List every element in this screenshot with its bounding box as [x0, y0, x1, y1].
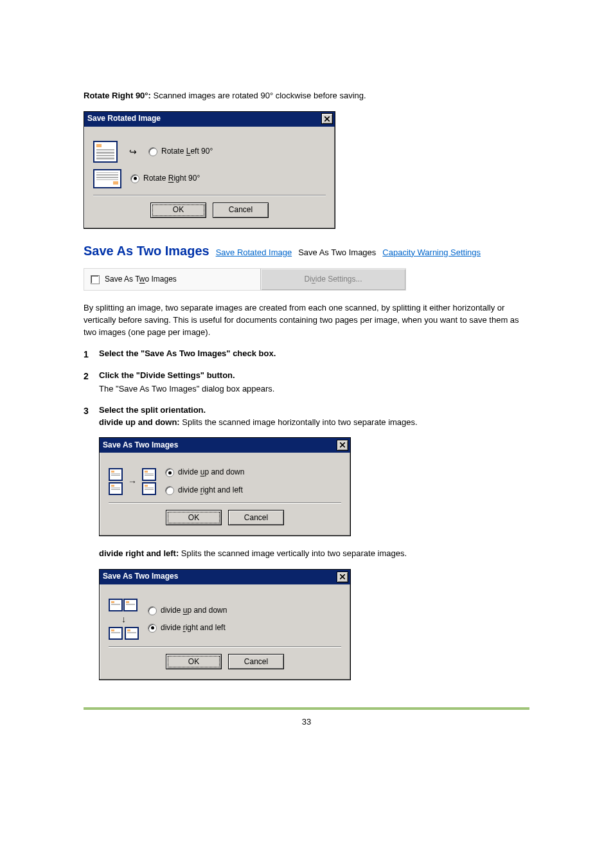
- rotate-right-text: Scanned images are rotated 90° clockwise…: [151, 91, 366, 100]
- page-number: 33: [84, 716, 529, 728]
- footer-rule: [84, 707, 529, 710]
- radio-icon: [165, 486, 174, 495]
- rotate-right-radio[interactable]: Rotate Right 90°: [130, 173, 200, 184]
- divide-settings-button[interactable]: Divide Settings...: [260, 269, 405, 290]
- nav-link-current: Save As Two Images: [298, 247, 376, 259]
- radio-selected-icon: [148, 624, 157, 633]
- radio-selected-icon: [165, 468, 174, 477]
- close-button[interactable]: [337, 572, 348, 583]
- nav-link-prev[interactable]: Save Rotated Image: [216, 247, 292, 259]
- ok-button[interactable]: OK: [166, 654, 222, 669]
- split-preview-icon: →: [109, 468, 156, 495]
- portrait-doc-icon: [93, 141, 118, 163]
- close-icon: [324, 116, 330, 122]
- divide-up-down-desc: divide up and down: Splits the scanned i…: [99, 417, 529, 429]
- save-rotated-image-dialog: Save Rotated Image ↪ Rotate Left 90°: [84, 111, 335, 229]
- arrow-right-icon: ↪: [129, 145, 137, 158]
- step-number: 1: [84, 348, 91, 361]
- split-preview-icon: ↓: [109, 599, 139, 640]
- save-as-two-images-dialog-updown: Save As Two Images →: [99, 437, 351, 536]
- step-head: Select the "Save As Two Images" check bo…: [99, 348, 529, 360]
- close-icon: [340, 574, 345, 579]
- step-1: 1 Select the "Save As Two Images" check …: [84, 348, 529, 361]
- divide-up-down-label: divide up and down: [161, 605, 227, 616]
- explanation-paragraph: By splitting an image, two separate imag…: [84, 302, 529, 339]
- arrow-right-icon: →: [128, 475, 137, 488]
- dialog-title: Save As Two Images: [103, 571, 178, 582]
- arrow-down-icon: ↓: [111, 613, 136, 626]
- cancel-button[interactable]: Cancel: [213, 203, 269, 218]
- step-3: 3 Select the split orientation. divide u…: [84, 404, 529, 692]
- dialog-title: Save Rotated Image: [87, 113, 161, 124]
- ok-button[interactable]: OK: [166, 510, 222, 525]
- radio-icon: [148, 147, 157, 156]
- save-as-two-checkbox[interactable]: [91, 275, 100, 284]
- step-head: Select the split orientation.: [99, 404, 529, 417]
- section-title: Save As Two Images: [84, 242, 209, 260]
- divide-right-left-desc: divide right and left: Splits the scanne…: [99, 548, 529, 560]
- landscape-doc-icon: [93, 169, 121, 188]
- cancel-button[interactable]: Cancel: [228, 510, 284, 525]
- rotate-left-label: Rotate Left 90°: [161, 146, 213, 157]
- radio-selected-icon: [130, 174, 139, 183]
- rotate-right-label: Rotate Right 90°:: [84, 91, 151, 100]
- close-icon: [340, 442, 345, 448]
- nav-link-next[interactable]: Capacity Warning Settings: [382, 247, 481, 259]
- rotate-right-desc: Rotate Right 90°: Scanned images are rot…: [84, 90, 529, 102]
- step-list: 1 Select the "Save As Two Images" check …: [84, 348, 529, 692]
- step-number: 2: [84, 370, 91, 395]
- dialog-title: Save As Two Images: [103, 440, 178, 451]
- dialog-titlebar: Save As Two Images: [100, 570, 350, 584]
- step-head: Click the "Divide Settings" button.: [99, 370, 529, 382]
- save-as-two-images-dialog-rightleft: Save As Two Images: [99, 569, 351, 680]
- divide-up-down-radio[interactable]: divide up and down: [165, 467, 244, 478]
- page: Rotate Right 90°: Scanned images are rot…: [0, 0, 613, 754]
- rotate-right-label: Rotate Right 90°: [143, 173, 200, 184]
- close-button[interactable]: [321, 113, 333, 124]
- dialog-titlebar: Save Rotated Image: [84, 112, 335, 127]
- save-as-two-label: Save As Two Images: [105, 274, 177, 285]
- close-button[interactable]: [337, 440, 348, 451]
- divide-up-down-label: divide up and down: [178, 467, 244, 478]
- radio-icon: [148, 606, 157, 615]
- step-sub: The "Save As Two Images" dialog box appe…: [99, 383, 529, 395]
- cancel-button[interactable]: Cancel: [228, 654, 284, 669]
- section-heading: Save As Two Images Save Rotated Image Sa…: [84, 242, 529, 260]
- save-as-two-strip: Save As Two Images Divide Settings...: [84, 268, 406, 291]
- dialog-titlebar: Save As Two Images: [100, 438, 350, 453]
- rotate-left-radio[interactable]: Rotate Left 90°: [148, 146, 213, 157]
- divide-up-down-radio[interactable]: divide up and down: [148, 605, 227, 616]
- divide-right-left-radio[interactable]: divide right and left: [148, 622, 227, 633]
- divide-right-left-radio[interactable]: divide right and left: [165, 485, 244, 496]
- divide-right-left-label: divide right and left: [178, 485, 243, 496]
- step-number: 3: [84, 404, 91, 692]
- ok-button[interactable]: OK: [150, 203, 206, 218]
- divide-right-left-label: divide right and left: [161, 622, 226, 633]
- step-2: 2 Click the "Divide Settings" button. Th…: [84, 370, 529, 395]
